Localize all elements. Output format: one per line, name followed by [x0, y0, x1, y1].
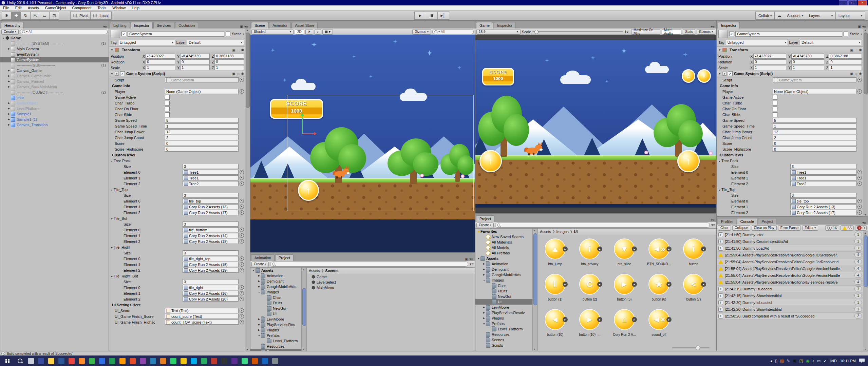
play-button[interactable]: ►	[414, 12, 426, 20]
folder-tree-item[interactable]: All Materials	[475, 239, 532, 245]
folder-tree-item[interactable]: ▼ Prefabs	[475, 321, 532, 326]
inspector-property-row[interactable]: Game Speed 5	[109, 117, 245, 123]
inspector-property-row[interactable]: Game Speed 5	[717, 117, 863, 123]
local-toggle[interactable]: Local	[90, 12, 111, 20]
hierarchy-item[interactable]: char	[0, 95, 109, 100]
folder-tree-item[interactable]: ▶ Plugins	[250, 327, 301, 333]
scale-y-field[interactable]: 1	[791, 65, 824, 70]
property-value-field[interactable]: 2	[773, 135, 856, 140]
object-picker-icon[interactable]	[857, 170, 862, 174]
console-scrollbar[interactable]: ▲▼	[863, 231, 868, 351]
inspector-property-row[interactable]: Element 1 Cory Run 2 Assets (13)	[109, 204, 245, 210]
property-checkbox[interactable]	[773, 95, 777, 100]
asset-grid-item[interactable]: ▲► btn_jump	[539, 237, 572, 272]
tray-icon[interactable]: ◉	[806, 359, 809, 363]
object-picker-icon[interactable]	[240, 205, 244, 209]
position-z-field[interactable]: 0.3867188	[214, 54, 244, 59]
tab-project-3[interactable]: Project	[758, 218, 776, 225]
property-value-field[interactable]: 0	[773, 147, 856, 152]
expand-arrow-icon[interactable]: ▶	[7, 123, 11, 126]
property-value-field[interactable]: 3	[183, 193, 239, 198]
expand-arrow-icon[interactable]: ▶	[7, 107, 11, 110]
gear-icon[interactable]: ✱	[241, 72, 244, 76]
object-picker-icon[interactable]	[240, 170, 244, 174]
script-component-header[interactable]: ▼ # Game System (Script) ▣⚌✱	[717, 71, 863, 77]
property-value-field[interactable]: Cory Run 2 Assets (14)	[183, 233, 239, 238]
tray-icon[interactable]: ▭	[817, 359, 820, 363]
menu-item[interactable]: GameObject	[42, 5, 69, 10]
inspector-property-row[interactable]: Size 3	[717, 163, 863, 169]
breadcrumb-assets[interactable]: Assets	[309, 269, 320, 273]
folder-tree-item[interactable]: ▼ Images	[475, 277, 532, 283]
breadcrumb-assets[interactable]: Assets	[540, 230, 551, 234]
position-x-field[interactable]: -3.423927	[146, 54, 175, 59]
inspector-property-row[interactable]: Tile_Right_Bot	[109, 273, 245, 279]
hierarchy-search-input[interactable]: ▾All	[20, 29, 108, 34]
taskbar-app-icon[interactable]	[252, 358, 258, 364]
scene-file-item[interactable]: LevelSelect	[307, 280, 475, 285]
folder-tree-item[interactable]: Scripts	[475, 343, 532, 348]
tag-dropdown[interactable]: Untagged▾	[118, 40, 175, 45]
inspector-property-row[interactable]: Element 1 Cory Run 2 Assets (14)	[109, 233, 245, 238]
tab-game[interactable]: Game	[476, 22, 493, 28]
inspector-property-row[interactable]: Element 1 Cory Run 2 Assets (15)	[109, 262, 245, 267]
property-value-field[interactable]: tile_right_top	[183, 256, 239, 261]
object-picker-icon[interactable]	[240, 314, 244, 319]
inspector-property-row[interactable]: Element 0 tile_top	[717, 198, 863, 204]
game-viewport[interactable]: ↑ ↑ ⌂ ‖ SCORE 1000	[475, 35, 716, 213]
folder-tree-item[interactable]: New Saved Search	[475, 234, 532, 239]
presets-icon[interactable]: ⚌	[237, 48, 240, 52]
scale-z-field[interactable]: 1	[214, 65, 244, 70]
property-value-field[interactable]: tile_top	[183, 198, 239, 204]
tree-scrollb[interactable]: ▲ ▼	[302, 268, 307, 351]
inspector-property-row[interactable]: Element 2 Cory Run 2 Assets (17)	[109, 210, 245, 215]
folder-tree-item[interactable]: Resources	[475, 332, 532, 337]
taskbar-app-icon[interactable]	[272, 358, 278, 364]
warning-count-toggle[interactable]: 55	[841, 225, 854, 231]
asset-grid-item[interactable]: i► button	[677, 237, 710, 272]
property-checkbox[interactable]	[165, 95, 170, 100]
inspector-property-row[interactable]: UI_Score Text (Text)	[109, 308, 245, 313]
scene-audio-icon[interactable]: ♪	[315, 29, 321, 35]
tab-inspector[interactable]: Inspector	[131, 22, 153, 28]
tab-project-2[interactable]: Project	[476, 215, 494, 222]
tab-services[interactable]: Services	[153, 22, 174, 28]
property-value-field[interactable]: GameSystem	[773, 77, 856, 82]
rotation-x-field[interactable]: 0	[146, 59, 175, 64]
expand-arrow-icon[interactable]: ▶	[7, 102, 11, 104]
project-create-button[interactable]: Create▾	[476, 223, 494, 228]
panel-menu-icon[interactable]: ▾≡	[711, 218, 715, 222]
taskbar-app-icon[interactable]	[140, 358, 146, 364]
inspector-property-row[interactable]: Element 2 Tree2	[109, 181, 245, 187]
hierarchy-item[interactable]: ------------[OBJECT]------------ (2)	[0, 90, 109, 95]
expand-arrow-icon[interactable]: ▶	[257, 280, 261, 283]
foldout-arrow-icon[interactable]: ▼	[718, 72, 721, 75]
inspector-property-row[interactable]: Tree Pack	[109, 158, 245, 163]
taskbar-app-icon[interactable]	[119, 358, 126, 364]
expand-arrow-icon[interactable]: ▼	[2, 37, 5, 39]
property-value-field[interactable]: count_score (Text)	[165, 314, 239, 319]
inspector-property-row[interactable]: Char On Floor	[717, 106, 863, 112]
inspector-property-row[interactable]: Game Info	[109, 83, 245, 89]
inspector-property-row[interactable]: Char Slide	[109, 112, 245, 117]
project-search-input[interactable]	[495, 223, 710, 228]
taskbar-app-icon[interactable]	[130, 358, 136, 364]
cloud-icon[interactable]: ☁	[774, 12, 784, 20]
property-value-field[interactable]: 0	[165, 141, 239, 146]
lock-icon[interactable]: ▣	[858, 25, 861, 28]
property-value-field[interactable]: Cory Run 2 Assets (15)	[183, 262, 239, 267]
inspector-property-row[interactable]: Char Jump Power 12	[109, 129, 245, 135]
gameobject-name-field[interactable]: GameSystem	[128, 31, 224, 37]
object-picker-icon[interactable]	[857, 205, 862, 209]
expand-arrow-icon[interactable]: ▼	[477, 257, 480, 260]
property-value-field[interactable]: Tree1	[183, 175, 239, 180]
object-picker-icon[interactable]	[240, 78, 244, 82]
active-checkbox[interactable]	[729, 32, 734, 36]
inspector-property-row[interactable]: Player None (Game Object)	[717, 89, 863, 94]
inspector-property-row[interactable]: Game Speed_Time 1	[717, 123, 863, 129]
static-checkbox[interactable]	[844, 32, 848, 36]
expand-arrow-icon[interactable]: ▶	[7, 47, 11, 50]
scale-slider[interactable]	[532, 31, 623, 32]
hierarchy-item[interactable]: EventSystem	[0, 52, 109, 57]
inspector-property-row[interactable]: Element 0 tile_bottom	[109, 227, 245, 233]
